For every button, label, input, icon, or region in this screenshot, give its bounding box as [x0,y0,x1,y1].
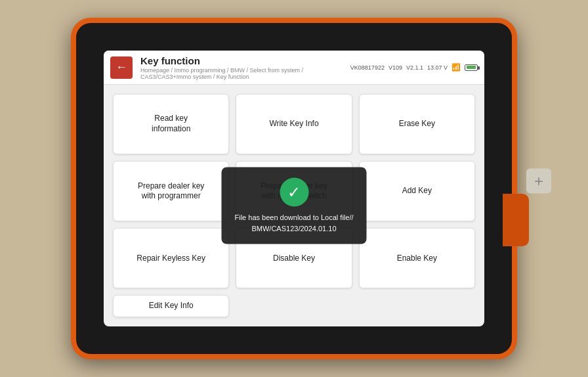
device-indent [503,194,529,246]
status-area: VK08817922 V109 V2.1.1 13.07 V 📶 [350,63,478,72]
edit-key-info-button[interactable]: Edit Key Info [113,295,229,317]
header: ← Key function Homepage / Immo programmi… [104,51,484,85]
add-key-button[interactable]: Add Key [359,161,475,221]
page-title: Key function [140,55,350,66]
version: V109 [388,64,402,71]
repair-keyless-key-button[interactable]: Repair Keyless Key [113,228,229,288]
voltage-value: 13.07 V [427,64,448,71]
battery-icon [465,64,478,71]
enable-key-button[interactable]: Enable Key [359,228,475,288]
erase-key-button[interactable]: Erase Key [359,94,475,154]
prepare-dealer-key-programmer-button[interactable]: Prepare dealer key with programmer [113,161,229,221]
button-grid: Read key information Write Key Info Eras… [104,85,484,326]
plus-button[interactable]: + [526,169,551,194]
download-popup[interactable]: ✓ File has been download to Local file//… [221,167,366,244]
app-version: V2.1.1 [406,64,423,71]
back-button[interactable]: ← [110,56,133,79]
device-id: VK08817922 [350,64,385,71]
write-key-info-button[interactable]: Write Key Info [236,94,352,154]
read-key-info-button[interactable]: Read key information [113,94,229,154]
title-area: Key function Homepage / Immo programming… [140,55,350,80]
breadcrumb: Homepage / Immo programming / BMW / Sele… [140,67,350,80]
wifi-icon: 📶 [452,63,461,72]
checkmark-icon: ✓ [280,178,308,207]
screen: ← Key function Homepage / Immo programmi… [104,51,484,326]
device: ← Key function Homepage / Immo programmi… [71,18,517,359]
popup-message: File has been download to Local file// B… [234,212,353,234]
